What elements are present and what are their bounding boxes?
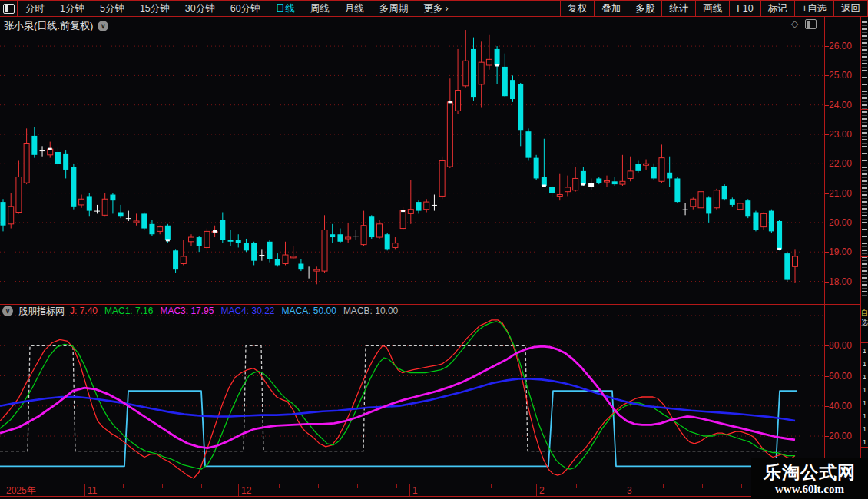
price-axis-label: 20.00 <box>825 217 856 228</box>
date-axis-label: 11 <box>88 485 97 496</box>
indicator-value: MAC3: 17.95 <box>160 306 214 316</box>
toolbar-actions: 复权叠加多股统计画线F10标记+自选返回 <box>560 1 868 16</box>
toolbar-button[interactable]: 叠加 <box>594 1 628 16</box>
candlestick-chart[interactable] <box>0 17 824 304</box>
period-tab[interactable]: 多周期 <box>372 1 416 16</box>
date-axis-label: 1 <box>412 485 418 496</box>
period-tab[interactable]: 30分钟 <box>177 1 223 16</box>
app-window: 分时1分钟5分钟15分钟30分钟60分钟日线周线月线多周期更多 › 复权叠加多股… <box>0 0 868 499</box>
toolbar-button[interactable]: 复权 <box>560 1 594 16</box>
indicator-axis-label: 20.00 <box>825 431 856 441</box>
indicator-value: MAC1: 7.16 <box>104 306 153 316</box>
date-axis: 2025年1112123 <box>0 484 861 497</box>
chevron-down-icon[interactable]: ∨ <box>2 306 13 316</box>
stock-title: 张小泉(日线.前复权) <box>4 19 93 33</box>
indicator-header: ∨ 股朋指标网 J: 7.40MAC1: 7.16MAC3: 17.95MAC4… <box>2 306 398 316</box>
side-tab-char[interactable]: 选 <box>861 319 868 327</box>
indicator-value: J: 7.40 <box>70 306 98 316</box>
toolbar-button[interactable]: 多股 <box>628 1 661 16</box>
watermark-url: www.60lt.com <box>775 482 844 496</box>
price-axis-label: 25.00 <box>825 70 856 81</box>
period-tab[interactable]: 60分钟 <box>223 1 268 16</box>
indicator-value: MACA: 50.00 <box>282 306 336 316</box>
date-axis-label: 2 <box>539 485 545 496</box>
window-split-icon <box>3 4 15 14</box>
watermark: 乐淘公式网 www.60lt.com <box>751 458 868 499</box>
period-tab[interactable]: 15分钟 <box>132 1 177 16</box>
clipped-quote-digit: 1 <box>861 425 868 433</box>
date-axis-label: 2025年 <box>6 485 36 496</box>
toolbar-button[interactable]: 返回 <box>833 1 868 16</box>
price-axis: 26.0025.0024.0023.0022.0021.0020.0019.00… <box>825 17 860 497</box>
clipped-quote-digit: 1 <box>861 438 868 446</box>
pane-corner-icons: ◇ <box>791 18 817 29</box>
indicator-axis-label: 60.00 <box>825 371 856 382</box>
date-axis-label: 3 <box>627 485 632 496</box>
period-tab[interactable]: 月线 <box>337 1 372 16</box>
chevron-down-icon[interactable]: ∨ <box>98 21 108 31</box>
period-tab[interactable]: 分时 <box>18 1 52 16</box>
price-axis-label: 23.00 <box>825 129 856 140</box>
toolbar-button[interactable]: 标记 <box>760 1 794 16</box>
period-tab[interactable]: 更多 › <box>416 1 456 16</box>
toolbar-button[interactable]: F10 <box>729 1 760 16</box>
layout-icon[interactable] <box>0 1 18 16</box>
indicator-axis-label: 40.00 <box>825 401 856 411</box>
period-tab[interactable]: 5分钟 <box>92 1 132 16</box>
clipped-quote-digit: 1 <box>861 360 868 368</box>
toolbar-button[interactable]: 画线 <box>695 1 729 16</box>
price-axis-label: 18.00 <box>825 276 856 287</box>
indicator-chart[interactable] <box>0 311 824 484</box>
period-tab[interactable]: 周线 <box>303 1 337 16</box>
period-tab[interactable]: 日线 <box>268 1 303 16</box>
price-axis-label: 22.00 <box>825 158 856 169</box>
price-axis-label: 21.00 <box>825 188 856 199</box>
watermark-site-name: 乐淘公式网 <box>764 462 856 482</box>
period-tabs: 分时1分钟5分钟15分钟30分钟60分钟日线周线月线多周期更多 › <box>18 1 456 16</box>
price-axis-label: 26.00 <box>825 41 856 51</box>
indicator-value: MACB: 10.00 <box>343 306 398 316</box>
indicator-axis-label: 80.00 <box>825 340 856 351</box>
chart-title-row: 张小泉(日线.前复权) ∨ <box>4 19 108 33</box>
clipped-quote-digit: 1 <box>861 412 868 420</box>
window-split-icon[interactable] <box>805 19 817 29</box>
top-toolbar: 分时1分钟5分钟15分钟30分钟60分钟日线周线月线多周期更多 › 复权叠加多股… <box>0 0 868 17</box>
pane-divider[interactable] <box>0 304 861 305</box>
clipped-quote-digit: 1 <box>861 373 868 381</box>
clipped-quote-digit: 1 <box>861 386 868 394</box>
toolbar-button[interactable]: +自选 <box>794 1 833 16</box>
price-axis-label: 24.00 <box>825 100 856 111</box>
toolbar-button[interactable]: 统计 <box>661 1 695 16</box>
price-axis-label: 19.00 <box>825 246 856 257</box>
clipped-quote-digit: 1 <box>861 347 868 355</box>
indicator-value: MAC4: 30.22 <box>220 306 274 316</box>
indicator-name: 股朋指标网 <box>18 305 65 318</box>
period-tab[interactable]: 1分钟 <box>52 1 92 16</box>
date-axis-label: 12 <box>241 485 251 496</box>
indicator-values: J: 7.40MAC1: 7.16MAC3: 17.95MAC4: 30.22M… <box>70 306 398 316</box>
diamond-icon[interactable]: ◇ <box>791 18 798 29</box>
right-strip[interactable]: 自选11111111 <box>861 17 868 499</box>
side-tab-char[interactable]: 自 <box>861 309 868 317</box>
clipped-quote-digit: 1 <box>861 399 868 407</box>
